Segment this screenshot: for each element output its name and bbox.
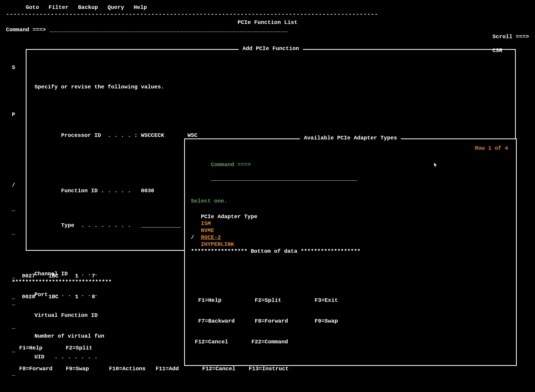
function-table-rows: _ 0027 1BC 1 7 _ 0028 1BC 1 8 [12, 259, 95, 314]
sel-marker [12, 158, 25, 168]
sel-marker[interactable]: / [12, 182, 25, 191]
command-label: Command ===> [6, 26, 46, 33]
processor-desc: WSC [187, 132, 197, 138]
dialog-title: Available PCIe Adapter Types [300, 135, 401, 141]
type-label: Type . . . . . . . . [61, 222, 141, 229]
instruction-text: Specify or revise the following values. [34, 84, 507, 90]
sel-marker [12, 135, 25, 144]
sel-marker [12, 88, 25, 97]
menu-backup[interactable]: Backup [78, 4, 98, 11]
menu-bar: Goto Filter Backup Query Help [6, 4, 529, 11]
table-row[interactable]: _ 0028 1BC 1 8 [12, 293, 95, 300]
sel-marker[interactable]: S [12, 64, 25, 74]
adapter-type-item[interactable]: ZHYPERLINK [191, 241, 510, 248]
menu-filter[interactable]: Filter [48, 4, 68, 11]
dialog2-fkeys[interactable]: F7=Backward F8=Forward F9=Swap [195, 318, 338, 325]
bottom-of-data-stars: ****************************** [12, 279, 112, 285]
row-info: Row 1 of 4 [475, 145, 508, 152]
select-one-label: Select one. [191, 198, 510, 205]
dialog2-fkeys[interactable]: F1=Help F2=Split F3=Exit [195, 297, 338, 304]
panel-title: PCIe Function List [6, 19, 529, 26]
menu-goto[interactable]: Goto [26, 4, 39, 11]
type-input[interactable]: ____________ [141, 222, 181, 229]
function-id-input[interactable]: 0030 [141, 188, 154, 194]
menu-help[interactable]: Help [134, 4, 147, 11]
terminal-screen: Goto Filter Backup Query Help ----------… [0, 0, 535, 392]
processor-id-label: Processor ID . . . . : [61, 132, 141, 138]
col-header: PCIe Adapter Type [201, 214, 257, 220]
sel-marker[interactable]: _ [12, 205, 25, 215]
divider-dashes: ----------------------------------------… [6, 11, 529, 18]
bottom-of-data: ***************** Bottom of data *******… [191, 248, 510, 255]
command-input[interactable]: ________________________________________… [50, 26, 288, 33]
scroll-label-text: Scroll ===> [492, 34, 529, 40]
command-label: Command ===> [211, 162, 251, 168]
global-fkeys[interactable]: F1=Help F2=Split F8=Forward F9=Swap F10=… [16, 331, 289, 386]
adapter-type-item[interactable]: NVME [191, 227, 510, 234]
dialog-title: Add PCIe Function [239, 45, 303, 52]
sel-marker[interactable]: _ [12, 229, 25, 238]
command-input[interactable]: ________________________________________… [211, 175, 357, 182]
processor-id-value: WSCCECK [141, 132, 164, 138]
sel-marker[interactable]: P [12, 111, 25, 121]
adapter-type-item[interactable]: / ROCE-2 [191, 234, 510, 241]
menu-query[interactable]: Query [108, 4, 124, 11]
function-id-label: Function ID . . . . . [61, 188, 141, 194]
adapter-type-item[interactable]: ISM [191, 220, 510, 227]
